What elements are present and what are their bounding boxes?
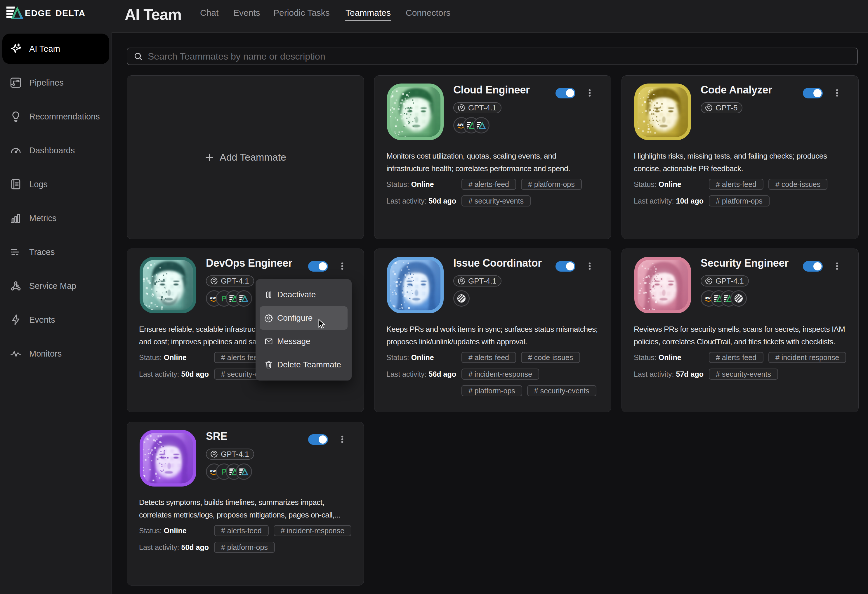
svg-text:DELTA: DELTA	[56, 8, 86, 18]
svg-text:EDGE: EDGE	[25, 8, 52, 18]
